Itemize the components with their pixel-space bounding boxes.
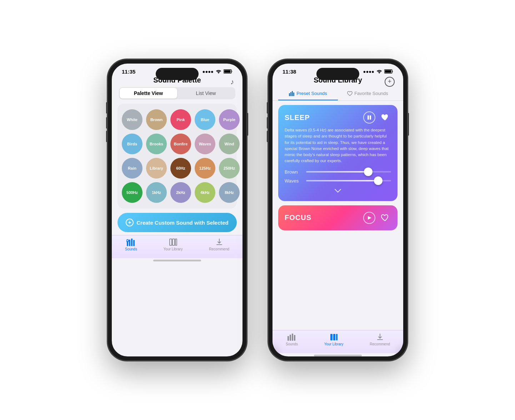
svg-point-6: [126, 240, 129, 242]
tab-favorite-sounds[interactable]: Favorite Sounds: [338, 87, 398, 100]
phone-1: 11:35 ●●●● Sound Palette ♪: [108, 59, 247, 361]
svg-rect-4: [131, 239, 132, 246]
create-custom-sound-button[interactable]: + Create Custom Sound with Selected: [118, 213, 237, 232]
dynamic-island-1: [156, 68, 199, 80]
tab-recommend-2[interactable]: Recommend: [370, 333, 390, 346]
brown-slider-label: Brown: [285, 169, 302, 175]
tab-favorite-label: Favorite Sounds: [354, 91, 388, 96]
waves-slider-thumb[interactable]: [374, 176, 382, 185]
sleep-card: SLEEP Delta waves (0.5-4 Hz) are associa…: [278, 105, 398, 201]
tab-library-2[interactable]: Your Library: [324, 333, 344, 346]
palette-grid-container: White Brown Pink Blue Purple: [118, 104, 237, 209]
svg-rect-3: [129, 240, 130, 246]
status-icons-2: ●●●●: [363, 69, 393, 75]
focus-play-button[interactable]: [363, 212, 375, 224]
svg-rect-24: [336, 334, 338, 340]
circle-waves[interactable]: Waves: [195, 134, 215, 154]
music-note-icon: ♪: [230, 78, 234, 86]
tab-preset-sounds[interactable]: Preset Sounds: [278, 87, 338, 100]
svg-rect-14: [292, 91, 293, 96]
waves-slider[interactable]: [306, 180, 391, 181]
wifi-icon-1: [216, 69, 221, 75]
circle-blue[interactable]: Blue: [195, 109, 215, 130]
signal-icon-2: ●●●●: [363, 69, 374, 74]
phone-wrapper: 11:35 ●●●● Sound Palette ♪: [108, 59, 408, 361]
dynamic-island-2: [316, 68, 359, 80]
waves-slider-label: Waves: [285, 178, 302, 184]
svg-rect-11: [385, 70, 391, 73]
add-button[interactable]: +: [385, 77, 395, 87]
status-time-2: 11:38: [282, 69, 296, 75]
brown-slider[interactable]: [306, 171, 391, 172]
segment-control: Palette View List View: [119, 87, 235, 99]
circle-birds[interactable]: Birds: [122, 134, 142, 154]
sleep-card-header: SLEEP: [285, 111, 391, 124]
create-btn-label: Create Custom Sound with Selected: [136, 220, 229, 226]
circle-8khz[interactable]: 8kHz: [219, 182, 240, 203]
sleep-card-icons: [363, 111, 391, 124]
wifi-icon-2: [376, 69, 382, 75]
focus-card: FOCUS: [278, 205, 398, 230]
tab-sounds-1[interactable]: Sounds: [125, 238, 137, 251]
screen-sound-library: 11:38 ●●●● Sound Library +: [272, 64, 403, 356]
palette-grid: White Brown Pink Blue Purple: [122, 109, 232, 203]
circle-purple[interactable]: Purple: [219, 109, 240, 130]
circle-white[interactable]: White: [122, 109, 142, 130]
circle-library[interactable]: Library: [146, 158, 167, 179]
svg-rect-8: [172, 239, 175, 245]
svg-rect-16: [368, 115, 369, 120]
focus-title: FOCUS: [285, 214, 311, 222]
tab-bar-2: Sounds Your Library Recommend: [272, 330, 403, 353]
circle-250hz[interactable]: 250Hz: [219, 158, 240, 179]
circle-4khz[interactable]: 4kHz: [195, 182, 215, 203]
svg-rect-19: [290, 335, 291, 341]
brown-slider-thumb[interactable]: [364, 168, 372, 176]
circle-125hz[interactable]: 125Hz: [195, 158, 215, 179]
circle-60hz[interactable]: 60Hz: [170, 158, 191, 179]
tab-sounds-label-2: Sounds: [286, 342, 298, 346]
svg-rect-5: [133, 240, 135, 246]
svg-rect-23: [333, 334, 335, 340]
brown-slider-row: Brown: [285, 169, 391, 175]
focus-card-icons: [363, 212, 391, 224]
tab-sounds-2[interactable]: Sounds: [286, 333, 298, 346]
circle-wind[interactable]: Wind: [219, 134, 240, 154]
library-content: SLEEP Delta waves (0.5-4 Hz) are associa…: [272, 101, 403, 330]
svg-rect-9: [175, 239, 177, 245]
plus-circle-icon: +: [126, 219, 134, 226]
svg-rect-15: [293, 92, 294, 96]
sleep-description: Delta waves (0.5-4 Hz) are associated wi…: [285, 127, 391, 164]
home-indicator-2: [314, 355, 362, 356]
tab-library-label-2: Your Library: [324, 342, 344, 346]
battery-icon-1: [224, 69, 232, 75]
circle-brooks[interactable]: Brooks: [146, 134, 167, 154]
phone-2: 11:38 ●●●● Sound Library +: [268, 59, 408, 361]
svg-rect-7: [170, 239, 172, 245]
tab-library-1[interactable]: Your Library: [164, 238, 183, 251]
circle-pink[interactable]: Pink: [170, 109, 191, 130]
tab-preset-label: Preset Sounds: [296, 91, 327, 96]
screen-sound-palette: 11:35 ●●●● Sound Palette ♪: [112, 64, 242, 356]
svg-rect-13: [290, 92, 291, 96]
svg-rect-17: [370, 115, 371, 120]
tab-bar-1: Sounds Your Library Recommend: [112, 235, 242, 258]
segment-list-view[interactable]: List View: [177, 88, 235, 99]
svg-rect-12: [289, 93, 290, 96]
circle-500hz[interactable]: 500Hz: [122, 182, 142, 203]
expand-chevron[interactable]: [285, 187, 391, 195]
sleep-favorite-button[interactable]: [379, 111, 391, 124]
svg-rect-22: [330, 334, 332, 340]
circle-brown[interactable]: Brown: [146, 109, 167, 130]
circle-1khz[interactable]: 1kHz: [146, 182, 167, 203]
svg-rect-20: [292, 334, 293, 341]
segment-palette-view[interactable]: Palette View: [120, 88, 177, 99]
tab-recommend-1[interactable]: Recommend: [209, 238, 229, 251]
tab-recommend-label-1: Recommend: [209, 247, 229, 251]
tab-sounds-label-1: Sounds: [125, 247, 137, 251]
focus-favorite-button[interactable]: [379, 212, 391, 224]
circle-2khz[interactable]: 2kHz: [170, 182, 191, 203]
status-icons-1: ●●●●: [202, 69, 232, 75]
circle-bonfire[interactable]: Bonfire: [170, 134, 191, 154]
pause-button[interactable]: [363, 111, 375, 124]
circle-rain[interactable]: Rain: [122, 158, 142, 179]
